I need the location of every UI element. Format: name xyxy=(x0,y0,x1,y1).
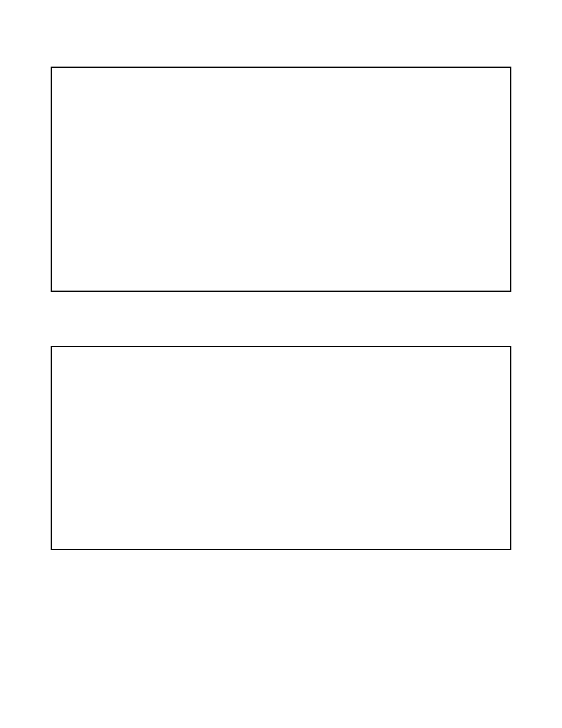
empty-box-top xyxy=(51,67,511,292)
empty-box-bottom xyxy=(51,346,511,550)
